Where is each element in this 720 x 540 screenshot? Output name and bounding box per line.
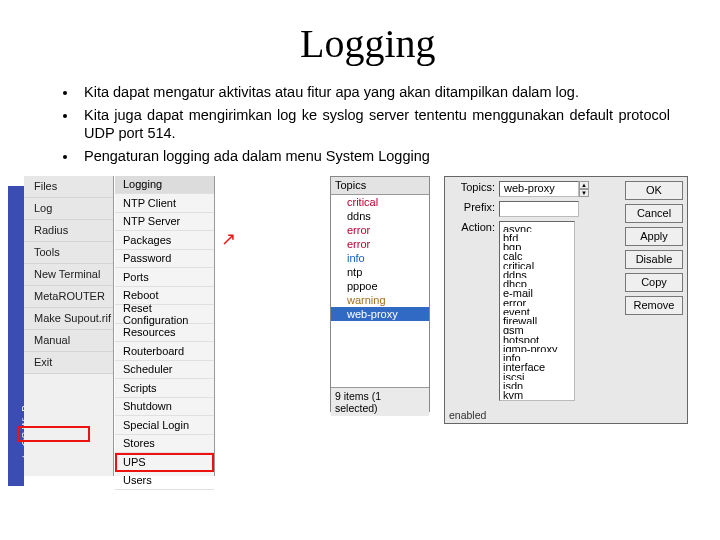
submenu-item[interactable]: Routerboard — [115, 342, 214, 361]
topic-item[interactable]: critical — [331, 195, 429, 209]
action-dropdown[interactable]: asyncbfdbgp calccriticalddns dhcpe-maile… — [499, 221, 575, 401]
system-submenu: Logging NTP Client NTP Server Packages P… — [115, 176, 215, 476]
submenu-item[interactable]: Shutdown — [115, 398, 214, 417]
topics-field[interactable]: web-proxy — [499, 181, 579, 197]
submenu-item[interactable]: Ports — [115, 268, 214, 287]
sidebar-item[interactable]: Tools — [24, 242, 113, 264]
topics-spinner[interactable]: ▲▼ — [579, 181, 589, 197]
topics-header: Topics — [331, 177, 429, 195]
bullet-item: Kita dapat mengatur aktivitas atau fitur… — [78, 83, 670, 101]
prefix-label: Prefix: — [449, 201, 495, 217]
topic-item[interactable]: error — [331, 237, 429, 251]
submenu-item[interactable]: Scripts — [115, 379, 214, 398]
topics-panel: Topics critical ddns error error info nt… — [330, 176, 430, 412]
topic-item-selected[interactable]: web-proxy — [331, 307, 429, 321]
topics-status: 9 items (1 selected) — [331, 387, 429, 416]
submenu-item[interactable]: Resources — [115, 324, 214, 343]
submenu-item[interactable]: Logging — [115, 176, 214, 195]
submenu-item[interactable]: NTP Client — [115, 194, 214, 213]
sidebar-item[interactable]: Log — [24, 198, 113, 220]
submenu-item[interactable]: Scheduler — [115, 361, 214, 380]
action-label: Action: — [449, 221, 495, 233]
remove-button[interactable]: Remove — [625, 296, 683, 315]
submenu-item[interactable]: Reset Configuration — [115, 305, 214, 324]
logging-rule-dialog: Topics: web-proxy ▲▼ Prefix: Action: asy… — [444, 176, 688, 424]
screenshot-area: outerOS WinBox Files Log Radius Tools Ne… — [8, 176, 708, 486]
sidebar-item[interactable]: Radius — [24, 220, 113, 242]
submenu-item[interactable]: Stores — [115, 435, 214, 454]
topic-item[interactable]: warning — [331, 293, 429, 307]
submenu-item[interactable]: Password — [115, 250, 214, 269]
topic-item[interactable]: error — [331, 223, 429, 237]
topics-label: Topics: — [449, 181, 495, 197]
topic-item[interactable]: info — [331, 251, 429, 265]
sidebar-item[interactable]: Files — [24, 176, 113, 198]
dialog-buttons: OK Cancel Apply Disable Copy Remove — [625, 181, 683, 315]
submenu-item[interactable]: Packages — [115, 231, 214, 250]
dialog-status: enabled — [449, 409, 486, 421]
slide-title: Logging — [300, 20, 720, 67]
sidebar-item[interactable]: Make Supout.rif — [24, 308, 113, 330]
red-arrow-icon: ↗ — [221, 228, 236, 250]
submenu-item[interactable]: NTP Server — [115, 213, 214, 232]
bullet-item: Pengaturan logging ada dalam menu System… — [78, 147, 670, 165]
prefix-field[interactable] — [499, 201, 579, 217]
sidebar-item[interactable]: MetaROUTER — [24, 286, 113, 308]
bullet-item: Kita juga dapat mengirimkan log ke syslo… — [78, 106, 670, 142]
ok-button[interactable]: OK — [625, 181, 683, 200]
topic-item[interactable]: ddns — [331, 209, 429, 223]
disable-button[interactable]: Disable — [625, 250, 683, 269]
topic-item[interactable]: pppoe — [331, 279, 429, 293]
topic-item[interactable]: ntp — [331, 265, 429, 279]
cancel-button[interactable]: Cancel — [625, 204, 683, 223]
copy-button[interactable]: Copy — [625, 273, 683, 292]
sidebar-item[interactable]: New Terminal — [24, 264, 113, 286]
sidebar-item[interactable]: Manual — [24, 330, 113, 352]
bullet-list: Kita dapat mengatur aktivitas atau fitur… — [38, 83, 670, 166]
sidebar-item[interactable]: Exit — [24, 352, 113, 374]
red-highlight-box — [18, 426, 90, 442]
submenu-item[interactable]: Users — [115, 472, 214, 491]
submenu-item[interactable]: Special Login — [115, 416, 214, 435]
apply-button[interactable]: Apply — [625, 227, 683, 246]
submenu-item-ups[interactable]: UPS — [115, 453, 214, 472]
